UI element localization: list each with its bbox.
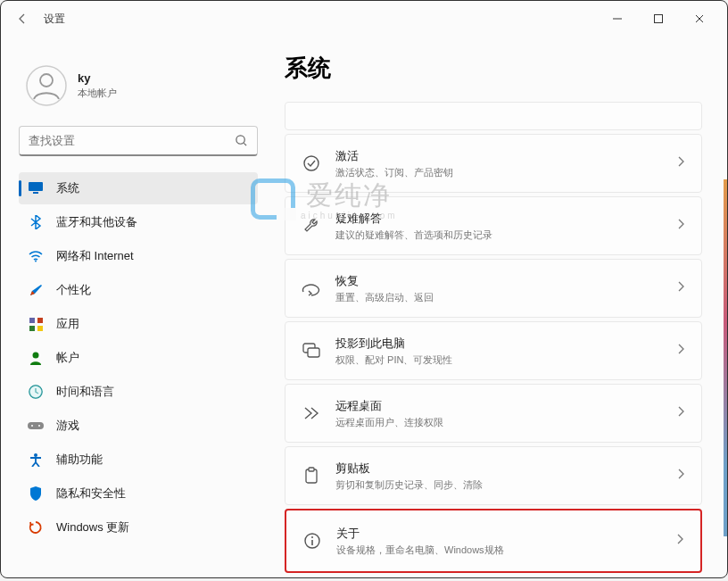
sidebar-item-display[interactable]: 系统	[19, 172, 258, 204]
card-title: 激活	[335, 148, 662, 164]
user-name: ky	[78, 71, 117, 85]
svg-rect-12	[37, 326, 43, 331]
svg-point-4	[236, 136, 244, 144]
nav-list: 系统蓝牙和其他设备网络和 Internet个性化应用帐户时间和语言游戏辅助功能隐…	[19, 172, 258, 544]
svg-point-8	[35, 261, 37, 262]
window-controls	[597, 4, 720, 33]
brush-icon	[28, 282, 44, 298]
card-subtitle: 权限、配对 PIN、可发现性	[335, 353, 662, 367]
sidebar-item-update[interactable]: Windows 更新	[19, 511, 258, 544]
accessibility-icon	[28, 452, 44, 468]
svg-rect-10	[37, 318, 43, 323]
card-body: 剪贴板剪切和复制历史记录、同步、清除	[335, 461, 662, 492]
back-button[interactable]	[8, 4, 37, 33]
person-icon	[28, 350, 44, 366]
sidebar-item-wifi[interactable]: 网络和 Internet	[19, 240, 258, 272]
svg-rect-7	[33, 192, 38, 194]
chevron-right-icon	[676, 405, 685, 421]
sidebar-item-label: 时间和语言	[56, 384, 114, 400]
sidebar-item-shield[interactable]: 隐私和安全性	[19, 477, 258, 510]
card-title: 恢复	[335, 273, 662, 289]
svg-rect-22	[308, 348, 319, 357]
sidebar-item-game[interactable]: 游戏	[19, 410, 258, 442]
desktop-edge-decoration	[724, 179, 727, 536]
remote-icon	[302, 405, 321, 421]
check-circle-icon	[302, 154, 321, 172]
sidebar-item-label: 网络和 Internet	[56, 248, 134, 264]
sidebar-item-label: 蓝牙和其他设备	[56, 214, 137, 230]
settings-card[interactable]: 投影到此电脑权限、配对 PIN、可发现性	[285, 321, 702, 380]
settings-card[interactable]: 疑难解答建议的疑难解答、首选项和历史记录	[285, 196, 702, 255]
sidebar: ky 本地帐户 系统蓝牙和其他设备网络和 Internet个性化应用帐户时间和语…	[1, 37, 269, 577]
main-panel: 系统 激活激活状态、订阅、产品密钥疑难解答建议的疑难解答、首选项和历史记录恢复重…	[269, 37, 727, 577]
sidebar-item-brush[interactable]: 个性化	[19, 274, 258, 306]
titlebar: 设置	[1, 1, 727, 37]
sidebar-item-label: 应用	[56, 316, 79, 332]
sidebar-item-label: 系统	[56, 180, 79, 196]
sidebar-item-accessibility[interactable]: 辅助功能	[19, 444, 258, 476]
svg-point-3	[40, 74, 53, 87]
chevron-right-icon	[676, 280, 685, 296]
svg-rect-11	[29, 326, 35, 331]
svg-point-15	[29, 386, 42, 398]
svg-rect-9	[29, 318, 35, 323]
sidebar-item-apps[interactable]: 应用	[19, 308, 258, 340]
sidebar-item-label: 辅助功能	[56, 452, 103, 468]
svg-rect-24	[309, 468, 314, 471]
back-arrow-icon	[15, 12, 29, 26]
card-body: 远程桌面远程桌面用户、连接权限	[335, 398, 662, 429]
settings-card[interactable]: 关于设备规格，重命名电脑、Windows规格	[285, 509, 702, 573]
sidebar-item-label: 个性化	[56, 282, 91, 298]
maximize-button[interactable]	[638, 4, 679, 33]
chevron-right-icon	[676, 343, 685, 359]
card-title: 关于	[336, 526, 661, 542]
avatar-icon	[26, 65, 67, 106]
svg-point-20	[304, 156, 318, 170]
sidebar-item-label: 游戏	[56, 418, 79, 434]
svg-line-5	[244, 143, 246, 145]
settings-card[interactable]: 剪贴板剪切和复制历史记录、同步、清除	[285, 446, 702, 505]
display-icon	[28, 180, 44, 196]
svg-rect-1	[655, 15, 663, 23]
search-box[interactable]	[19, 126, 258, 156]
sidebar-item-bluetooth[interactable]: 蓝牙和其他设备	[19, 206, 258, 238]
game-icon	[28, 418, 44, 434]
card-body: 关于设备规格，重命名电脑、Windows规格	[336, 526, 661, 557]
card-title: 疑难解答	[335, 211, 662, 227]
card-subtitle: 激活状态、订阅、产品密钥	[335, 166, 662, 179]
card-body: 激活激活状态、订阅、产品密钥	[335, 148, 662, 179]
shield-icon	[28, 486, 44, 502]
settings-card[interactable]: 远程桌面远程桌面用户、连接权限	[285, 384, 702, 443]
card-subtitle: 远程桌面用户、连接权限	[335, 416, 662, 429]
sidebar-item-label: Windows 更新	[56, 519, 129, 535]
apps-icon	[28, 316, 44, 332]
settings-card[interactable]: 恢复重置、高级启动、返回	[285, 259, 702, 318]
settings-card[interactable]: 激活激活状态、订阅、产品密钥	[285, 134, 702, 193]
user-block[interactable]: ky 本地帐户	[19, 54, 258, 120]
card-subtitle: 设备规格，重命名电脑、Windows规格	[336, 544, 661, 557]
minimize-button[interactable]	[597, 4, 638, 33]
sidebar-item-label: 隐私和安全性	[56, 486, 126, 502]
wifi-icon	[28, 248, 44, 264]
svg-rect-6	[29, 182, 43, 191]
svg-point-17	[31, 425, 33, 427]
card-body: 恢复重置、高级启动、返回	[335, 273, 662, 304]
wrench-icon	[302, 217, 321, 235]
user-subtitle: 本地帐户	[78, 87, 117, 100]
search-icon	[235, 134, 248, 147]
sidebar-item-clock[interactable]: 时间和语言	[19, 376, 258, 408]
settings-window: 设置 ky 本地帐户 系统蓝	[0, 0, 728, 578]
chevron-right-icon	[676, 218, 685, 234]
chevron-right-icon	[676, 468, 685, 484]
search-input[interactable]	[29, 134, 235, 147]
svg-point-26	[311, 536, 313, 538]
card-title: 远程桌面	[335, 398, 662, 414]
card-subtitle: 剪切和复制历史记录、同步、清除	[335, 478, 662, 492]
card-fragment-top[interactable]	[285, 102, 702, 130]
card-title: 投影到此电脑	[335, 336, 662, 352]
chevron-right-icon	[676, 155, 685, 171]
clipboard-icon	[302, 467, 321, 485]
card-body: 疑难解答建议的疑难解答、首选项和历史记录	[335, 211, 662, 242]
close-button[interactable]	[679, 4, 720, 33]
sidebar-item-person[interactable]: 帐户	[19, 342, 258, 374]
